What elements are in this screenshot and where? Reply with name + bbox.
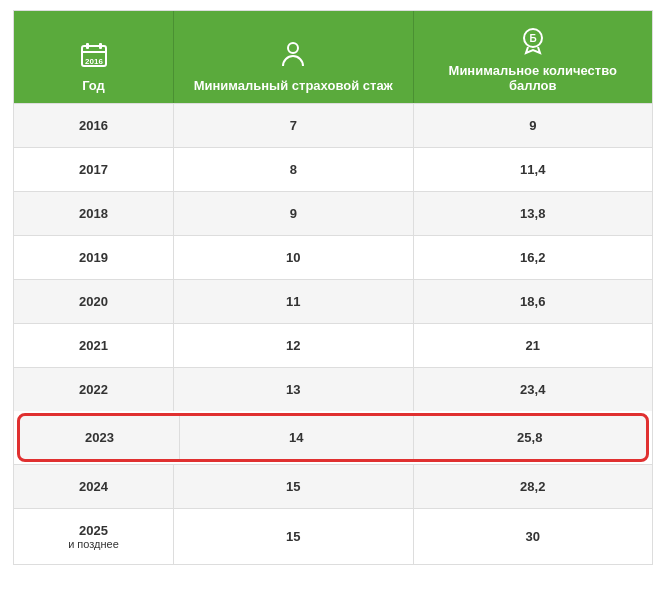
table-header: 2016 Год Минимальный страховой стаж Б	[14, 11, 652, 103]
cell-points: 30	[414, 509, 653, 564]
cell-insurance: 8	[174, 148, 414, 191]
table-row: 20211221	[14, 323, 652, 367]
cell-points: 9	[414, 104, 653, 147]
cell-points: 28,2	[414, 465, 653, 508]
cell-points: 21	[414, 324, 653, 367]
header-insurance: Минимальный страховой стаж	[174, 11, 414, 103]
header-year: 2016 Год	[14, 11, 174, 103]
cell-points: 23,4	[414, 368, 653, 411]
table-row: 20221323,4	[14, 367, 652, 411]
table-row: 2017811,4	[14, 147, 652, 191]
cell-year: 2023	[20, 416, 180, 459]
cell-insurance: 15	[174, 465, 414, 508]
table-row: 2025и позднее1530	[14, 508, 652, 564]
cell-insurance: 10	[174, 236, 414, 279]
table-body: 2016792017811,42018913,820191016,2202011…	[14, 103, 652, 564]
cell-year: 2018	[14, 192, 174, 235]
cell-year: 2022	[14, 368, 174, 411]
badge-icon: Б	[518, 25, 548, 59]
cell-year: 2021	[14, 324, 174, 367]
header-year-label: Год	[82, 78, 105, 93]
cell-points: 16,2	[414, 236, 653, 279]
header-points-label: Минимальное количество баллов	[424, 63, 643, 93]
header-points: Б Минимальное количество баллов	[414, 11, 653, 103]
cell-insurance: 7	[174, 104, 414, 147]
table-row: 20241528,2	[14, 464, 652, 508]
table-row: 20201118,6	[14, 279, 652, 323]
cell-points: 25,8	[414, 416, 647, 459]
svg-rect-2	[99, 43, 102, 49]
cell-insurance: 14	[180, 416, 414, 459]
cell-year: 2020	[14, 280, 174, 323]
cell-year: 2016	[14, 104, 174, 147]
table-row: 201679	[14, 103, 652, 147]
svg-point-5	[288, 43, 298, 53]
calendar-icon: 2016	[79, 40, 109, 74]
svg-text:Б: Б	[529, 33, 536, 44]
cell-points: 18,6	[414, 280, 653, 323]
cell-points: 13,8	[414, 192, 653, 235]
table-row: 20231425,8	[17, 413, 649, 462]
table-row: 20191016,2	[14, 235, 652, 279]
svg-text:2016: 2016	[85, 57, 103, 66]
cell-points: 11,4	[414, 148, 653, 191]
person-icon	[278, 40, 308, 74]
cell-year: 2019	[14, 236, 174, 279]
header-insurance-label: Минимальный страховой стаж	[194, 78, 393, 93]
main-table: 2016 Год Минимальный страховой стаж Б	[13, 10, 653, 565]
svg-rect-1	[86, 43, 89, 49]
cell-insurance: 13	[174, 368, 414, 411]
cell-insurance: 12	[174, 324, 414, 367]
table-row: 2018913,8	[14, 191, 652, 235]
cell-year: 2017	[14, 148, 174, 191]
cell-year: 2024	[14, 465, 174, 508]
cell-insurance: 15	[174, 509, 414, 564]
cell-insurance: 11	[174, 280, 414, 323]
cell-year: 2025и позднее	[14, 509, 174, 564]
cell-insurance: 9	[174, 192, 414, 235]
